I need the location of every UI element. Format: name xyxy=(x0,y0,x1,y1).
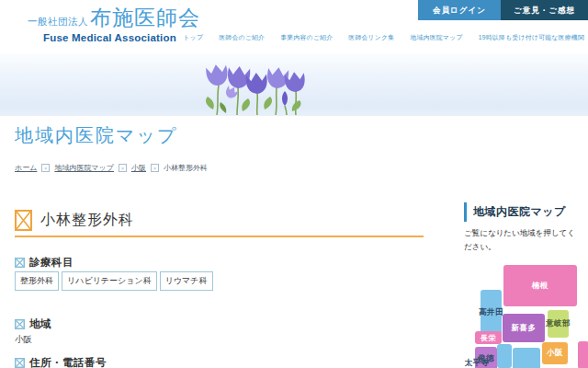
org-name: 布施医師会 xyxy=(90,4,200,32)
breadcrumb-area-map[interactable]: 地域内医院マップ xyxy=(54,163,114,173)
map-region-choei[interactable]: 長栄 xyxy=(475,331,502,344)
nav-links[interactable]: 医師会リンク集 xyxy=(348,33,394,42)
breadcrumb-current: 小林整形外科 xyxy=(164,163,208,173)
breadcrumb-separator-icon: × xyxy=(119,164,127,172)
map-region-shigita[interactable]: 新喜多 xyxy=(503,314,545,342)
breadcrumb-home[interactable]: ホーム xyxy=(15,163,37,173)
map-region-okibe[interactable]: 意岐部 xyxy=(548,310,569,338)
breadcrumb-separator-icon: × xyxy=(41,164,50,172)
breadcrumb: ホーム × 地域内医院マップ × 小阪 × 小林整形外科 xyxy=(15,163,208,173)
address-section-label: 住所・電話番号 xyxy=(15,356,107,368)
area-section-label: 地域 xyxy=(15,317,51,331)
nav-about[interactable]: 医師会のご紹介 xyxy=(219,33,265,42)
sidebar-description: ご覧になりたい地域を押してください。 xyxy=(464,226,582,255)
map-region-taiheiji[interactable]: 太平寺 xyxy=(462,357,492,368)
area-value: 小阪 xyxy=(15,334,32,346)
feedback-button[interactable]: ご意見・ご感想 xyxy=(501,0,588,20)
department-tags: 整形外科 リハビリテーション科 リウマチ科 xyxy=(15,271,213,291)
clinic-name: 小林整形外科 xyxy=(40,211,134,230)
site-header: 一般社団法人 布施医師会 Fuse Medical Association 会員… xyxy=(0,0,588,53)
clinic-heading: 小林整形外科 xyxy=(15,210,424,237)
broken-image-icon xyxy=(15,210,32,231)
heading-underline xyxy=(15,236,424,237)
org-name-en: Fuse Medical Association xyxy=(43,32,200,43)
departments-section-label: 診療科目 xyxy=(15,256,74,270)
sidebar-title: 地域内医院マップ xyxy=(464,202,566,222)
site-logo[interactable]: 一般社団法人 布施医師会 Fuse Medical Association xyxy=(28,4,200,43)
area-map: 楠根 高井田 新喜多 意岐部 長栄 俊徳 小阪 太平寺 xyxy=(462,262,588,368)
map-region-unlabeled[interactable] xyxy=(513,348,540,368)
broken-image-icon xyxy=(15,319,25,329)
page-title: 地域内医院マップ xyxy=(15,123,177,148)
member-login-button[interactable]: 会員ログイン xyxy=(418,0,501,20)
bellflowers-image xyxy=(204,56,323,115)
tag-rehabilitation: リハビリテーション科 xyxy=(62,271,157,291)
map-region-kusune[interactable]: 楠根 xyxy=(503,265,577,306)
org-prefix: 一般社団法人 xyxy=(28,16,88,29)
tag-rheumatology: リウマチ科 xyxy=(160,271,213,291)
tag-orthopedics: 整形外科 xyxy=(15,271,59,291)
nav-after-19[interactable]: 19時以降も受け付け可能な医療機関 xyxy=(479,33,584,42)
map-region-unlabeled[interactable] xyxy=(497,344,512,368)
broken-image-icon xyxy=(15,358,25,368)
main-nav: トップ 医師会のご紹介 事業内容のご紹介 医師会リンク集 地域内医院マップ 19… xyxy=(183,33,584,42)
header-buttons: 会員ログイン ご意見・ご感想 xyxy=(418,0,588,20)
map-region-unlabeled[interactable] xyxy=(578,341,588,368)
nav-business[interactable]: 事業内容のご紹介 xyxy=(280,33,333,42)
map-region-takaida[interactable]: 高井田 xyxy=(481,290,502,335)
nav-top[interactable]: トップ xyxy=(183,33,203,42)
breadcrumb-kosaka[interactable]: 小阪 xyxy=(131,163,146,173)
nav-area-map[interactable]: 地域内医院マップ xyxy=(410,33,462,42)
breadcrumb-separator-icon: × xyxy=(151,164,159,172)
hero-banner xyxy=(0,53,588,116)
broken-image-icon xyxy=(15,258,25,268)
map-region-kosaka[interactable]: 小阪 xyxy=(542,342,568,364)
